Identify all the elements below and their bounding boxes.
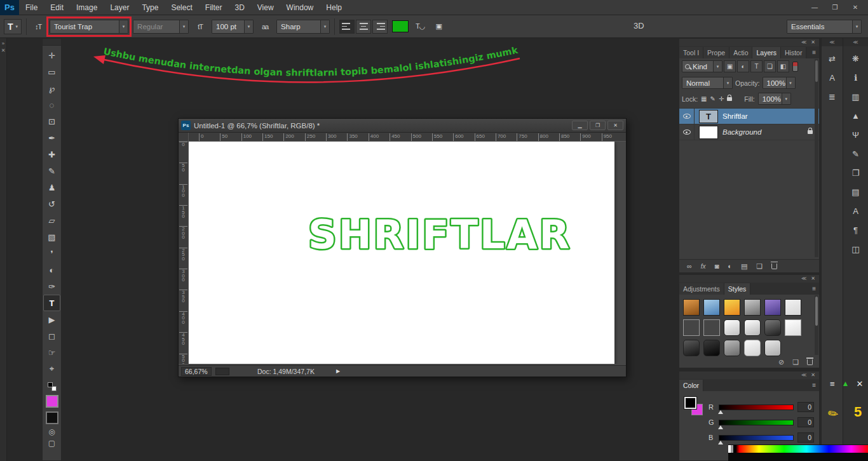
filter-smart-objects-icon[interactable]: ◧ [777, 60, 789, 72]
channel-slider[interactable] [719, 420, 794, 425]
filter-toggle-icon[interactable] [792, 62, 798, 72]
delete-style-icon[interactable] [807, 359, 813, 365]
link-layers-icon[interactable]: ∞ [687, 263, 692, 270]
style-swatch[interactable] [764, 340, 781, 356]
warp-text-icon[interactable]: T◡ [413, 20, 427, 34]
tool-eyedropper[interactable]: ✒ [43, 130, 60, 146]
style-swatch[interactable] [683, 299, 700, 316]
mini-bridge-icon[interactable]: ⇄ [824, 50, 841, 67]
opacity-select[interactable]: 100% ▾ [763, 77, 796, 89]
color-spectrum-bar[interactable] [728, 444, 868, 453]
channel-value[interactable]: 0 [797, 432, 814, 443]
tab-styles[interactable]: Styles [724, 283, 751, 295]
slider-handle-icon[interactable] [718, 425, 723, 429]
align-center-button[interactable] [356, 20, 371, 34]
clear-style-icon[interactable]: ⊘ [778, 359, 784, 366]
tool-preset-picker[interactable]: T ▾ [4, 19, 22, 34]
menu-3d[interactable]: 3D [228, 0, 250, 15]
tool-path-selection[interactable]: ▶ [43, 311, 60, 328]
visibility-toggle[interactable] [679, 109, 695, 124]
collapse-panel-icon[interactable]: ≪ [801, 39, 806, 46]
scrollbar-thumb[interactable] [815, 60, 818, 82]
menu-window[interactable]: Window [280, 0, 320, 15]
expand-panels-icon[interactable]: ≪ [853, 39, 858, 45]
style-swatch[interactable] [724, 299, 740, 316]
foreground-color-swatch[interactable] [46, 395, 58, 408]
status-widget[interactable] [215, 368, 229, 375]
style-swatch[interactable] [703, 299, 720, 316]
add-mask-icon[interactable]: ◙ [715, 263, 719, 270]
panel-menu-icon[interactable]: ≡ [812, 382, 816, 389]
tool-eraser[interactable]: ▱ [43, 212, 60, 229]
tool-brush[interactable]: ✎ [43, 163, 60, 179]
paragraph-icon[interactable]: ≣ [824, 88, 841, 105]
collapse-panel-icon[interactable]: ≪ [801, 276, 806, 283]
style-swatch[interactable] [785, 319, 801, 336]
style-swatch[interactable] [764, 299, 781, 316]
default-colors-icon[interactable] [48, 382, 57, 391]
fill-select[interactable]: 100% ▾ [758, 93, 791, 105]
tab-prope[interactable]: Prope [703, 47, 729, 58]
style-swatch[interactable] [744, 299, 761, 316]
clone-source-icon[interactable]: ❐ [848, 164, 864, 181]
channel-value[interactable]: 0 [797, 417, 814, 427]
chevron-down-icon[interactable]: ▾ [244, 20, 253, 33]
tool-gradient[interactable]: ▧ [43, 229, 60, 245]
layer-row-background[interactable]: Background [679, 124, 819, 140]
navigator-icon[interactable]: ▲ [848, 107, 864, 124]
lock-pixels-icon[interactable]: ✎ [710, 95, 715, 102]
tab-histor[interactable]: Histor [781, 47, 806, 58]
visibility-toggle[interactable] [679, 124, 695, 140]
blend-mode-select[interactable]: Normal ▾ [682, 77, 733, 89]
tab-adjustments[interactable]: Adjustments [679, 283, 724, 295]
tab-color[interactable]: Color [679, 380, 703, 391]
layer-thumbnail[interactable] [699, 126, 718, 139]
layer-thumbnail[interactable]: T [699, 110, 718, 123]
style-swatch[interactable] [724, 340, 740, 356]
toolbar-grip[interactable] [43, 39, 61, 46]
scrollbar-thumb[interactable] [815, 297, 818, 326]
filter-shape-layers-icon[interactable]: ❏ [764, 60, 776, 72]
font-size-select[interactable]: 100 pt ▾ [212, 20, 254, 34]
new-layer-icon[interactable]: ❏ [756, 263, 763, 270]
tab-tool-i[interactable]: Tool I [679, 47, 703, 58]
tool-zoom[interactable]: ⌖ [43, 361, 60, 377]
chevron-down-icon[interactable]: ▾ [782, 93, 790, 104]
style-swatch[interactable] [703, 319, 720, 336]
status-menu-arrow[interactable]: ▶ [336, 368, 340, 374]
tab-layers[interactable]: Layers [752, 47, 781, 58]
chevron-down-icon[interactable]: ▾ [119, 20, 128, 33]
style-swatch[interactable] [703, 340, 720, 356]
foreground-color-well[interactable] [684, 397, 696, 409]
doc-minimize-button[interactable]: ▁ [572, 121, 588, 130]
panel-menu-icon[interactable]: ≡ [812, 49, 816, 56]
menu-help[interactable]: Help [320, 0, 348, 15]
tool-move[interactable]: ✛ [43, 47, 60, 63]
filter-pixel-layers-icon[interactable]: ▣ [724, 60, 736, 72]
expand-dock-icon[interactable]: » [2, 41, 4, 46]
adjustment-layer-icon[interactable]: ◐ [728, 263, 732, 270]
menu-filter[interactable]: Filter [199, 0, 229, 15]
actions-icon[interactable]: Ψ [848, 126, 864, 143]
doc-close-button[interactable]: ✕ [607, 121, 623, 130]
layer-style-icon[interactable]: fx [701, 263, 706, 270]
tool-quick-selection[interactable]: ◌ [43, 97, 60, 113]
style-swatch[interactable] [785, 299, 801, 316]
style-swatch[interactable] [744, 319, 761, 336]
layer-row-shriftlar[interactable]: TShriftlar [679, 109, 819, 124]
menu-select[interactable]: Select [165, 0, 198, 15]
doc-restore-button[interactable]: ❐ [590, 121, 606, 130]
font-family-select[interactable]: Tourist Trap ▾ [50, 20, 128, 34]
anti-alias-select[interactable]: Sharp ▾ [276, 20, 330, 34]
zoom-level[interactable]: 66,67% [181, 367, 212, 376]
close-panel-icon[interactable]: ✕ [811, 276, 815, 283]
ruler-origin[interactable] [179, 133, 189, 142]
menu-file[interactable]: File [19, 0, 44, 15]
style-swatch[interactable] [764, 319, 781, 336]
new-group-icon[interactable]: ▤ [741, 263, 747, 270]
tool-crop[interactable]: ⊡ [43, 113, 60, 130]
style-swatch[interactable] [683, 319, 700, 336]
document-titlebar[interactable]: Ps Untitled-1 @ 66,7% (Shriftlar, RGB/8)… [179, 119, 626, 133]
chevron-down-icon[interactable]: ▾ [723, 77, 732, 88]
panel-menu-icon[interactable]: ≡ [812, 285, 816, 292]
